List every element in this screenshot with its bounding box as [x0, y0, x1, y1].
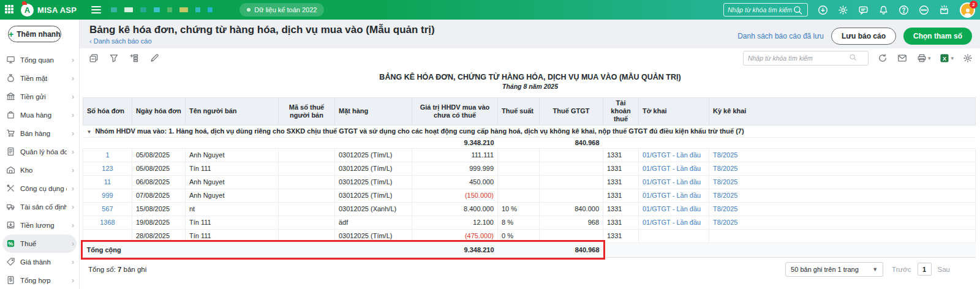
sidebar-item-label: Quản lý hóa đơn [20, 148, 67, 156]
mini-tab[interactable] [124, 7, 133, 12]
period-cell[interactable]: T8/2025 [709, 189, 976, 202]
column-header[interactable]: Tờ khai [639, 98, 709, 126]
sidebar-item-cong-cu-dung-cu[interactable]: Công cụ dụng cụ› [0, 179, 79, 198]
save-report-button[interactable]: Lưu báo cáo [831, 28, 896, 45]
chat-icon[interactable] [858, 4, 869, 15]
tax-account-cell: 1331 [603, 189, 639, 202]
current-page-input[interactable] [918, 263, 932, 276]
mini-tab[interactable] [111, 7, 117, 12]
sidebar-item-gia-thanh[interactable]: Giá thành› [0, 253, 79, 271]
sidebar-item-label: Thuế [20, 240, 36, 247]
chevron-right-icon: › [72, 74, 74, 83]
declaration-cell[interactable]: 01/GTGT - Lần đầu [639, 175, 709, 189]
menu-toggle-icon[interactable] [91, 6, 101, 13]
column-header[interactable]: Kỳ kê khai [709, 98, 976, 126]
column-header[interactable]: Giá trị HHDV mua vào chưa có thuế [412, 98, 498, 126]
column-header[interactable]: Thuế suất [498, 98, 540, 126]
invoice-number-cell[interactable]: 1368 [83, 216, 132, 229]
declaration-cell[interactable]: 01/GTGT - Lần đầu [639, 162, 709, 175]
sidebar-item-tien-gui[interactable]: Tiền gửi› [0, 88, 79, 106]
sidebar-item-tong-hop[interactable]: Tổng hợp› [0, 271, 79, 289]
mini-tab[interactable] [140, 7, 146, 12]
sidebar-item-tien-mat[interactable]: Tiền mặt› [0, 69, 79, 88]
help-icon[interactable] [898, 4, 909, 15]
column-header[interactable]: Mã số thuế người bán [279, 98, 335, 126]
quick-add-button[interactable]: + Thêm nhanh [8, 26, 61, 42]
column-header[interactable]: Ngày hóa đơn [132, 98, 186, 126]
sidebar-item-quan-ly-hoa-don[interactable]: Quản lý hóa đơn› [0, 143, 79, 161]
global-search-input[interactable] [728, 6, 792, 13]
saved-reports-link[interactable]: Danh sách báo cáo đã lưu [737, 32, 824, 40]
cost-icon [6, 257, 15, 268]
add-column-icon[interactable] [129, 53, 140, 64]
filter-icon[interactable] [108, 53, 119, 64]
period-cell[interactable]: T8/2025 [709, 148, 976, 162]
invoice-number-cell[interactable]: 11 [83, 175, 132, 189]
chevron-right-icon: › [72, 56, 74, 64]
page-size-select[interactable]: 50 bản ghi trên 1 trang ▼ [785, 262, 883, 277]
download-icon[interactable] [817, 4, 828, 15]
table-search-input[interactable] [748, 54, 849, 62]
whats-new-icon[interactable] [938, 4, 949, 15]
mini-tab[interactable] [179, 7, 188, 12]
declaration-cell[interactable]: 01/GTGT - Lần đầu [639, 189, 709, 202]
collapse-triangle-icon[interactable]: ▼ [87, 129, 92, 135]
declaration-cell[interactable]: 01/GTGT - Lần đầu [639, 216, 709, 229]
declaration-cell[interactable]: 01/GTGT - Lần đầu [639, 148, 709, 162]
column-header[interactable]: Thuế GTGT [540, 98, 603, 126]
column-header[interactable]: Số hóa đơn [83, 98, 132, 126]
chevron-right-icon: › [72, 148, 74, 156]
tax-account-cell: 1331 [603, 175, 639, 189]
column-header[interactable]: Tài khoản thuế [603, 98, 639, 126]
sidebar-item-tien-luong[interactable]: Tiền lương› [0, 216, 79, 235]
mini-tab[interactable] [154, 7, 160, 12]
item-cell: 03012025 (Tím/L) [335, 229, 412, 242]
invoice-number-cell[interactable]: 1 [83, 148, 132, 162]
sidebar-item-thue[interactable]: %Thuế› [2, 235, 77, 253]
declaration-cell[interactable]: 01/GTGT - Lần đầu [639, 202, 709, 216]
dataset-badge[interactable]: Dữ liệu kế toán 2022 [239, 3, 324, 17]
collapse-groups-icon[interactable] [88, 53, 99, 64]
tax-rate-cell [498, 162, 540, 175]
bell-icon[interactable] [878, 4, 889, 15]
period-cell[interactable]: T8/2025 [709, 175, 976, 189]
invoice-number-cell[interactable]: 999 [83, 189, 132, 202]
settings-icon[interactable] [837, 4, 848, 15]
period-cell[interactable]: T8/2025 [709, 216, 976, 229]
column-header[interactable]: Tên người bán [186, 98, 279, 126]
breadcrumb[interactable]: ‹ Danh sách báo cáo [89, 37, 435, 45]
value-cell: 999.999 [412, 162, 498, 175]
print-button[interactable]: ▾ [916, 53, 931, 64]
global-search[interactable] [723, 3, 808, 17]
sidebar-item-label: Công cụ dụng cụ [20, 185, 67, 192]
table-search[interactable] [743, 51, 869, 66]
sidebar-item-label: Tổng quan [20, 56, 54, 64]
sidebar-item-tai-san-co-dinh[interactable]: Tài sản cố định› [0, 198, 79, 216]
app-launcher-icon[interactable] [5, 5, 15, 15]
export-excel-button[interactable]: X ▾ [939, 53, 954, 64]
edit-icon[interactable] [149, 53, 160, 64]
next-page-button[interactable]: Sau [938, 266, 950, 273]
more-icon[interactable] [918, 4, 929, 15]
mini-tab[interactable] [167, 7, 172, 12]
table-settings-icon[interactable] [962, 53, 973, 64]
mini-tab[interactable] [195, 7, 200, 12]
period-cell[interactable]: T8/2025 [709, 162, 976, 175]
prev-page-button[interactable]: Trước [892, 266, 911, 273]
period-cell[interactable]: T8/2025 [709, 202, 976, 216]
choose-params-button[interactable]: Chọn tham số [903, 28, 972, 45]
sidebar-item-tong-quan[interactable]: Tổng quan› [0, 51, 79, 69]
email-icon[interactable] [897, 53, 908, 64]
sidebar-item-kho[interactable]: Kho› [0, 161, 79, 179]
invoice-number-cell[interactable]: 123 [83, 162, 132, 175]
sidebar-item-mua-hang[interactable]: Mua hàng› [0, 106, 79, 124]
column-header[interactable]: Mặt hàng [335, 98, 412, 126]
sidebar-item-ban-hang[interactable]: Bán hàng› [0, 124, 79, 143]
user-avatar[interactable]: 2 [960, 2, 975, 18]
invoice-date-cell: 07/08/2025 [132, 189, 186, 202]
refresh-icon[interactable] [877, 53, 888, 64]
value-cell: 111.111 [412, 148, 498, 162]
invoice-number-cell[interactable]: 567 [83, 202, 132, 216]
mini-tab[interactable] [208, 7, 213, 12]
misa-logo: A MISA ASP [21, 4, 77, 17]
